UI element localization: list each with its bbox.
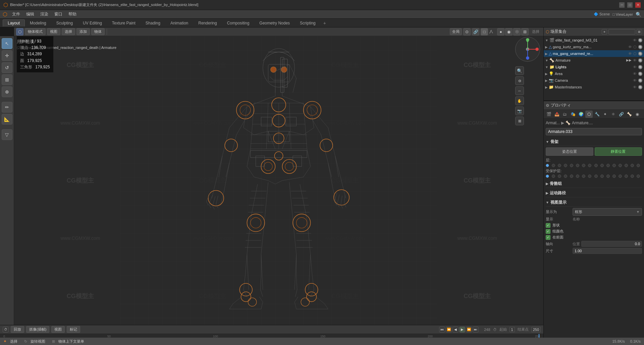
outliner-row-collection[interactable]: ▼ 🎬 elite_fast_ranged_lvl3_01 👁 🔘: [544, 37, 644, 44]
group-colors-checkbox[interactable]: ✓: [546, 229, 550, 234]
view-menu[interactable]: 视图: [47, 28, 60, 35]
layer-16[interactable]: [637, 164, 640, 167]
outliner-row-master[interactable]: ▶ 📁 MasterInstances 👁 🔘: [544, 84, 644, 90]
tab-animation[interactable]: Animation: [165, 19, 193, 26]
tab-modeling[interactable]: Modeling: [25, 19, 51, 26]
outliner-row-mesh1[interactable]: ▶ △ gang_kurtz_army_ma... 👁 ⬡ 🔘: [544, 44, 644, 50]
zoom-in-button[interactable]: 🔍: [515, 66, 524, 75]
visibility-icon2[interactable]: 👁: [628, 45, 632, 49]
render-icon6[interactable]: 🔘: [638, 72, 643, 76]
world-props-tab[interactable]: 🌍: [577, 111, 585, 118]
layer-8[interactable]: [588, 164, 591, 167]
scale-tool[interactable]: ⊞: [2, 74, 12, 85]
skeleton-section-header[interactable]: ▼ 骨架: [546, 138, 642, 146]
interpolation-menu[interactable]: 抓像(插帧): [26, 326, 49, 333]
layer-15[interactable]: [631, 164, 634, 167]
object-props-tab[interactable]: ⬡: [585, 111, 593, 118]
jump-start-button[interactable]: ⏮: [439, 327, 445, 333]
render-icon5[interactable]: 🔘: [638, 65, 643, 69]
pan-button[interactable]: ✋: [515, 96, 524, 105]
visibility-icon[interactable]: 👁: [633, 38, 637, 43]
annotate-tool[interactable]: ✏: [2, 102, 12, 113]
viewport-3d[interactable]: CG模型主 CG模型主 CG模型主 CG模型主 www.CGMXW.com ww…: [14, 27, 543, 325]
breadcrumb-item2[interactable]: Armature....: [572, 121, 593, 125]
zoom-out-button[interactable]: ⊖: [515, 76, 524, 85]
layer-9[interactable]: [594, 164, 598, 167]
layer-14[interactable]: [625, 164, 628, 167]
tab-texture-paint[interactable]: Texture Paint: [107, 19, 141, 26]
material-props-tab[interactable]: ◉: [634, 111, 641, 118]
mode-selector[interactable]: 物体模式: [25, 28, 46, 35]
search-icon[interactable]: 🔍: [636, 12, 641, 17]
render-icon[interactable]: 🔘: [638, 38, 643, 43]
breadcrumb-item1[interactable]: Armat...: [546, 121, 560, 125]
output-props-tab[interactable]: 📤: [553, 111, 560, 118]
measure-tool[interactable]: 📐: [2, 114, 12, 125]
material-shading[interactable]: ◉: [505, 28, 513, 36]
outliner-row-armature[interactable]: ▼ 🦴 Armature ▶▶ 👁 🔘: [544, 57, 644, 64]
render-icon2[interactable]: 🔘: [638, 45, 643, 49]
marker-menu[interactable]: 标记: [67, 326, 80, 333]
p-layer-4[interactable]: [564, 175, 567, 178]
layer-13[interactable]: [619, 164, 622, 167]
next-keyframe-button[interactable]: ⏩: [466, 327, 472, 333]
grid-button[interactable]: ⊞: [515, 117, 524, 125]
pose-position-button[interactable]: 姿态位置: [546, 147, 593, 156]
transform-tool[interactable]: ⊕: [2, 86, 12, 97]
outliner-search[interactable]: [608, 29, 635, 34]
add-workspace-button[interactable]: +: [321, 19, 329, 27]
rendered-shading[interactable]: ☉: [513, 28, 521, 36]
overlay-toggle[interactable]: ⊞: [521, 28, 529, 36]
p-layer-16[interactable]: [637, 175, 640, 178]
outliner-row-lights[interactable]: ▼ 📁 Lights 👁 🔘: [544, 64, 644, 70]
visibility-icon4[interactable]: 👁: [633, 58, 637, 63]
modifier-props-tab[interactable]: 🔧: [593, 111, 601, 118]
maximize-button[interactable]: □: [627, 2, 633, 8]
tab-scripting[interactable]: Scripting: [295, 19, 321, 26]
layer-11[interactable]: [606, 164, 610, 167]
layer-10[interactable]: [600, 164, 604, 167]
visibility-icon3[interactable]: 👁: [628, 52, 632, 56]
visibility-icon7[interactable]: 👁: [633, 78, 637, 83]
layer-6[interactable]: [576, 164, 579, 167]
p-layer-15[interactable]: [631, 175, 634, 178]
rest-position-button[interactable]: 静置位置: [595, 147, 642, 156]
visibility-icon5[interactable]: 👁: [633, 65, 637, 69]
layer-4[interactable]: [564, 164, 567, 167]
display-as-dropdown[interactable]: 框形 ▼: [573, 208, 642, 216]
p-layer-8[interactable]: [588, 175, 591, 178]
axis-position-value[interactable]: 0.0: [581, 241, 642, 247]
close-button[interactable]: ✕: [635, 2, 641, 8]
render-icon3[interactable]: 🔘: [638, 52, 643, 56]
p-layer-7[interactable]: [582, 175, 585, 178]
motion-paths-header[interactable]: ▶ 运动路径: [546, 189, 642, 197]
p-layer-9[interactable]: [594, 175, 598, 178]
tab-shading[interactable]: Shading: [141, 19, 165, 26]
select-icon3[interactable]: ⬡: [633, 52, 637, 56]
add-menu[interactable]: 添加: [76, 28, 90, 35]
menu-window[interactable]: 窗口: [52, 11, 65, 18]
particles-props-tab[interactable]: ✦: [601, 111, 609, 118]
render-props-tab[interactable]: 🎬: [545, 111, 552, 118]
p-layer-3[interactable]: [558, 175, 561, 178]
p-layer-6[interactable]: [576, 175, 579, 178]
menu-render[interactable]: 渲染: [38, 11, 51, 18]
tab-sculpting[interactable]: Sculpting: [51, 19, 78, 26]
outliner-options-button[interactable]: ⊞: [637, 29, 642, 34]
navigation-gizmo[interactable]: Z X Y: [515, 37, 540, 62]
p-layer-1[interactable]: [546, 175, 549, 178]
p-layer-10[interactable]: [600, 175, 604, 178]
view-display-header[interactable]: ▼ 视图显示: [546, 199, 642, 207]
scene-selector[interactable]: 🔷 Scene: [594, 12, 610, 16]
layer-1[interactable]: [546, 164, 549, 167]
viewlayer-selector[interactable]: □ ViewLayer: [612, 12, 633, 16]
layer-2[interactable]: [552, 164, 555, 167]
visibility-icon6[interactable]: 👁: [633, 72, 637, 76]
outliner-row-camera[interactable]: ▶ 📷 Camera 👁 🔘: [544, 77, 644, 84]
select-icon2[interactable]: ⬡: [633, 45, 637, 49]
view-layer-props-tab[interactable]: 🗂: [561, 111, 569, 118]
object-menu[interactable]: 物体: [91, 28, 105, 35]
tab-compositing[interactable]: Compositing: [222, 19, 255, 26]
outliner-row-mesh2[interactable]: ▶ △ ma_gang_unarmed_re... 👁 ⬡ 🔘: [544, 50, 644, 57]
render-icon7[interactable]: 🔘: [638, 78, 643, 83]
